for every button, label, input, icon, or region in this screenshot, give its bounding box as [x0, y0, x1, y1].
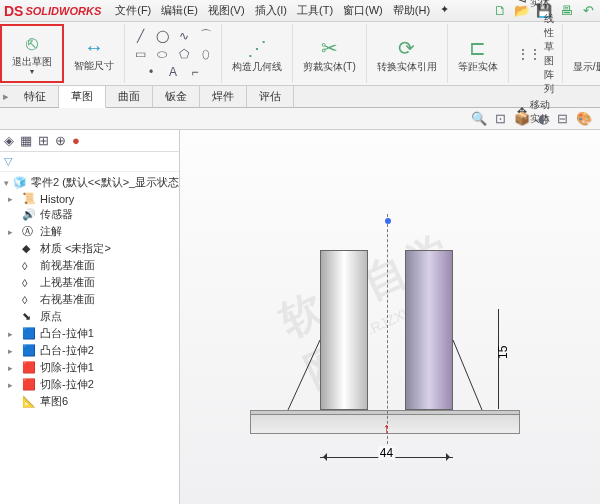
menu-file[interactable]: 文件(F) [111, 1, 155, 20]
display-tab-icon[interactable]: ⊕ [55, 133, 66, 148]
construct-geo-group: ⋰ 构造几何线 [222, 24, 293, 83]
new-icon[interactable]: 🗋 [492, 3, 508, 19]
tree-annotations[interactable]: ▸Ⓐ注解 [0, 223, 179, 240]
svg-line-1 [453, 340, 482, 410]
mirror-button[interactable]: ⧎镜向实体 [515, 0, 556, 11]
rect-icon[interactable]: ▭ [131, 46, 149, 62]
tree-extrude2[interactable]: ▸🟦凸台-拉伸2 [0, 342, 179, 359]
view-toolbar: 🔍 ⊡ 📦 ◐ ⊟ 🎨 [0, 108, 600, 130]
line-icon[interactable]: ╱ [131, 28, 149, 44]
tree-right-plane[interactable]: ◊右视基准面 [0, 291, 179, 308]
tab-weldment[interactable]: 焊件 [200, 86, 247, 107]
ellipse-icon[interactable]: ⬯ [197, 46, 215, 62]
show-relations-button[interactable]: ⊥ 显示/删除几何关系 [569, 34, 600, 74]
tree-origin[interactable]: ⬊原点 [0, 308, 179, 325]
circle-icon[interactable]: ◯ [153, 28, 171, 44]
tree-sketch6[interactable]: 📐草图6 [0, 393, 179, 410]
tree-history[interactable]: ▸📜History [0, 191, 179, 206]
config-tab-icon[interactable]: ⊞ [38, 133, 49, 148]
tree-cut2[interactable]: ▸🟥切除-拉伸2 [0, 376, 179, 393]
menu-tools[interactable]: 工具(T) [293, 1, 337, 20]
trim-group: ✂ 剪裁实体(T) [293, 24, 367, 83]
expand-icon[interactable]: ▾ [4, 178, 9, 188]
menu-search-icon[interactable]: ✦ [436, 1, 453, 20]
exit-sketch-group: ⎋ 退出草图 ▾ [0, 24, 64, 83]
undo-icon[interactable]: ↶ [580, 3, 596, 19]
point-icon[interactable]: • [142, 64, 160, 80]
linear-pattern-icon: ⋮⋮ [517, 47, 541, 61]
menu-insert[interactable]: 插入(I) [251, 1, 291, 20]
tree-cut1[interactable]: ▸🟥切除-拉伸1 [0, 359, 179, 376]
relations-group: ⊥ 显示/删除几何关系 [563, 24, 600, 83]
convert-group: ⟳ 转换实体引用 [367, 24, 448, 83]
offset-group: ⊏ 等距实体 [448, 24, 509, 83]
offset-button[interactable]: ⊏ 等距实体 [454, 34, 502, 74]
linear-pattern-button[interactable]: ⋮⋮线性草图阵列 [515, 11, 556, 97]
tree-sensors[interactable]: 🔊传感器 [0, 206, 179, 223]
tab-prev-icon[interactable]: ▸ [0, 90, 12, 103]
spline-icon[interactable]: ∿ [175, 28, 193, 44]
tree-top-plane[interactable]: ◊上视基准面 [0, 274, 179, 291]
fillet-icon[interactable]: ⌐ [186, 64, 204, 80]
menu-view[interactable]: 视图(V) [204, 1, 249, 20]
tree-extrude1[interactable]: ▸🟦凸台-拉伸1 [0, 325, 179, 342]
text-icon[interactable]: A [164, 64, 182, 80]
trim-button[interactable]: ✂ 剪裁实体(T) [299, 34, 360, 74]
print-icon[interactable]: 🖶 [558, 3, 574, 19]
display-style-icon[interactable]: ◐ [538, 111, 549, 126]
menu-help[interactable]: 帮助(H) [389, 1, 434, 20]
slot-icon[interactable]: ⬭ [153, 46, 171, 62]
main-area: ◈ ▦ ⊞ ⊕ ● ▽ ▾ 🧊 零件2 (默认<<默认>_显示状态 1>) ▸📜… [0, 130, 600, 504]
dimension-icon: ↔ [84, 36, 104, 59]
feature-tree: ▾ 🧊 零件2 (默认<<默认>_显示状态 1>) ▸📜History 🔊传感器… [0, 172, 179, 504]
trim-icon: ✂ [321, 36, 338, 60]
tree-root[interactable]: ▾ 🧊 零件2 (默认<<默认>_显示状态 1>) [0, 174, 179, 191]
app-name: SOLIDWORKS [25, 5, 101, 17]
zoom-area-icon[interactable]: ⊡ [495, 111, 506, 126]
dimension-width[interactable]: 44 [320, 450, 453, 464]
part-icon: 🧊 [13, 176, 27, 189]
dimension-height[interactable]: 15 [491, 309, 505, 409]
menu-window[interactable]: 窗口(W) [339, 1, 387, 20]
filter-row: ▽ [0, 152, 179, 172]
graphics-viewport[interactable]: 软件自学网 WWW.RJZXW.COM 44 15 ↑ [180, 130, 600, 504]
view-orient-icon[interactable]: 📦 [514, 111, 530, 126]
appearance-tab-icon[interactable]: ● [72, 133, 80, 148]
scene-icon[interactable]: 🎨 [576, 111, 592, 126]
tab-features[interactable]: 特征 [12, 86, 59, 107]
offset-icon: ⊏ [469, 36, 486, 60]
property-tab-icon[interactable]: ▦ [20, 133, 32, 148]
mirror-icon: ⧎ [517, 0, 527, 3]
construct-geo-icon: ⋰ [247, 36, 267, 60]
panel-tabs: ◈ ▦ ⊞ ⊕ ● [0, 130, 179, 152]
smart-dim-button[interactable]: ↔ 智能尺寸 [70, 34, 118, 73]
feature-tree-panel: ◈ ▦ ⊞ ⊕ ● ▽ ▾ 🧊 零件2 (默认<<默认>_显示状态 1>) ▸📜… [0, 130, 180, 504]
tree-material[interactable]: ◆材质 <未指定> [0, 240, 179, 257]
logo-icon: DS [4, 3, 23, 19]
model-base-top [250, 410, 520, 414]
tab-sheetmetal[interactable]: 钣金 [153, 86, 200, 107]
arc-icon[interactable]: ⌒ [197, 28, 215, 44]
tab-surface[interactable]: 曲面 [106, 86, 153, 107]
tree-front-plane[interactable]: ◊前视基准面 [0, 257, 179, 274]
feature-tree-tab-icon[interactable]: ◈ [4, 133, 14, 148]
command-tabs: ▸ 特征 草图 曲面 钣金 焊件 评估 [0, 86, 600, 108]
pattern-group: ⧎镜向实体 ⋮⋮线性草图阵列 ✥移动实体 [509, 24, 563, 83]
exit-sketch-icon: ⎋ [26, 32, 38, 55]
menu-edit[interactable]: 编辑(E) [157, 1, 202, 20]
tab-evaluate[interactable]: 评估 [247, 86, 294, 107]
polygon-icon[interactable]: ⬠ [175, 46, 193, 62]
construct-geo-button[interactable]: ⋰ 构造几何线 [228, 34, 286, 74]
sketch-tools-group: ╱ ◯ ∿ ⌒ ▭ ⬭ ⬠ ⬯ • A ⌐ [125, 24, 222, 83]
menu-bar: 文件(F) 编辑(E) 视图(V) 插入(I) 工具(T) 窗口(W) 帮助(H… [111, 1, 453, 20]
svg-line-0 [288, 340, 320, 410]
zoom-fit-icon[interactable]: 🔍 [471, 111, 487, 126]
filter-icon[interactable]: ▽ [4, 155, 12, 168]
sketch-point[interactable] [385, 218, 391, 224]
convert-icon: ⟳ [398, 36, 415, 60]
section-icon[interactable]: ⊟ [557, 111, 568, 126]
tab-sketch[interactable]: 草图 [59, 86, 106, 108]
exit-sketch-button[interactable]: ⎋ 退出草图 ▾ [8, 30, 56, 78]
convert-button[interactable]: ⟳ 转换实体引用 [373, 34, 441, 74]
cone-edges [270, 340, 500, 410]
